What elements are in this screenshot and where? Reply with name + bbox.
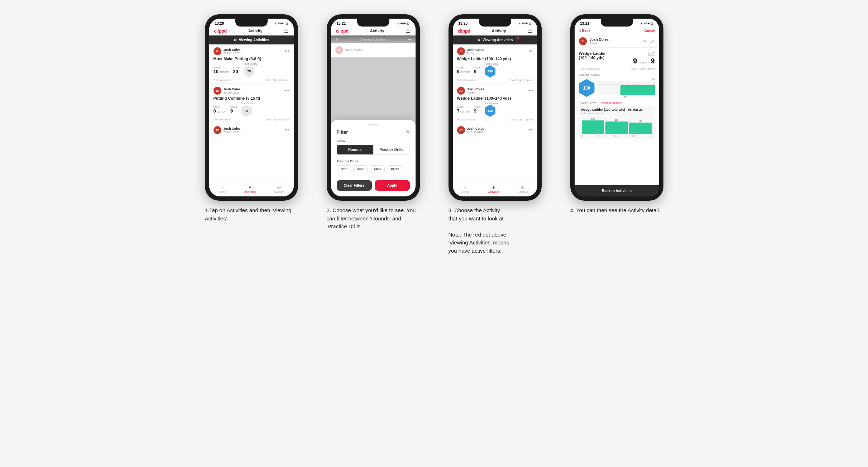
more-dots-1-2[interactable]: ••• [285, 88, 289, 93]
tab-capture-3[interactable]: ⊕ Capture [518, 184, 528, 194]
viewing-activities-label-1: Viewing Activities [239, 38, 269, 42]
user-name-1-1: Josh Coles [224, 48, 241, 52]
cancel-button[interactable]: Cancel [643, 29, 654, 33]
card-user-1-2: JC Josh Coles 28 Feb 2023 [214, 87, 241, 95]
quality-badge-1-1: 75 [244, 65, 254, 77]
avg-shot-label: Avg Shot Quality [579, 73, 655, 76]
tab-home-3[interactable]: ⌂ Home [462, 184, 469, 194]
capture-icon-1: ⊕ [277, 184, 281, 190]
nav-logo-1: clippd [214, 28, 227, 34]
screen-1: 13:20 ▲ WiFi ◻ clippd Activity ☰ ⚙ Vie [209, 19, 294, 196]
activity-card-3-3[interactable]: JC Josh Coles 28 Feb 2023 ••• [453, 123, 537, 138]
nav-title-2: Activity [370, 29, 384, 33]
nav-menu-3[interactable]: ☰ [528, 28, 532, 34]
activity-title-1-2: Putting Combine (3-15 ft) [214, 96, 289, 100]
drill-ott[interactable]: OTT [337, 165, 351, 173]
tab-home-1[interactable]: ⌂ Home [218, 184, 226, 194]
phone-4: 13:21 ▲ WiFi ◻ < Back Cancel JC Josh Col [570, 14, 663, 201]
edit-icon[interactable]: ✏ [643, 38, 647, 44]
score-val-1-1: 10 OUT OF [214, 69, 229, 74]
avatar-1-2: JC [214, 87, 221, 95]
quality-badge-1-2: 45 [241, 105, 252, 117]
more-dots-1-1[interactable]: ••• [285, 49, 289, 54]
filter-toggle: Rounds Practice Drills [337, 145, 410, 154]
status-time-3: 13:20 [459, 22, 468, 25]
user-date-1-2: 28 Feb 2023 [224, 91, 241, 94]
activity-card-1-3[interactable]: JC Josh Coles 28 Feb 2023 ••• [209, 123, 294, 138]
phone-1: 13:20 ▲ WiFi ◻ clippd Activity ☰ ⚙ Vie [205, 14, 298, 201]
more-dots-1-3[interactable]: ••• [285, 128, 289, 133]
drill-arg[interactable]: ARG [370, 165, 385, 173]
step-2: 13:21 ▲ WiFi ◻ clippd Activity ☰ ⚙ Viewi… [320, 14, 427, 255]
phone-2: 13:21 ▲ WiFi ◻ clippd Activity ☰ ⚙ Viewi… [327, 14, 420, 201]
viewing-banner-1[interactable]: ⚙ Viewing Activities [209, 35, 294, 44]
activity-card-3-1[interactable]: JC Josh Coles Today ••• Wedge Ladder (10… [453, 44, 537, 84]
detail-test-info: ⓘ Test Information [579, 67, 600, 71]
user-date-1-1: 28 Feb 2023 [224, 52, 241, 55]
tab-activities-1[interactable]: ♦ Activities [244, 184, 256, 194]
stats-row-1-1: Score 10 OUT OF Shots 20 Shot Quality [214, 63, 289, 77]
user-name-1-2: Josh Coles [224, 87, 241, 91]
show-label: Show [337, 139, 410, 143]
player-activity-section: Player Activity — Practice Session [579, 101, 655, 104]
filter-close-icon[interactable]: ✕ [406, 129, 410, 135]
detail-user-name: Josh Coles [590, 38, 609, 42]
rounds-toggle[interactable]: Rounds [337, 145, 373, 154]
score-label-1-1: Score [214, 66, 229, 69]
activity-card-1-1[interactable]: JC Josh Coles 28 Feb 2023 ••• Must Make … [209, 44, 294, 84]
back-button[interactable]: < Back [579, 29, 591, 33]
tab-capture-1[interactable]: ⊕ Capture [274, 184, 284, 194]
clear-filters-button[interactable]: Clear Filters [337, 180, 372, 191]
detail-shots: 9 [651, 57, 654, 65]
practice-drills-toggle[interactable]: Practice Drills [373, 145, 410, 154]
filter-modal: Filter ✕ Show Rounds Practice Drills Pra… [331, 120, 416, 196]
detail-data-capture: Data: Clippd Capture [631, 67, 654, 71]
activity-card-1-2[interactable]: JC Josh Coles 28 Feb 2023 ••• Putting Co… [209, 84, 294, 123]
nav-menu-2[interactable]: ☰ [406, 28, 411, 34]
tab-activities-3[interactable]: ♦ Activities [488, 184, 499, 194]
detail-user-row: JC Josh Coles Today ✏ ⤢ [575, 35, 659, 48]
step-3: 13:20 ▲ WiFi ◻ clippd Activity ☰ ⚙ Viewi… [441, 14, 549, 255]
viewing-banner-3[interactable]: ⚙ Viewing Activities [453, 35, 537, 44]
detail-score: 9 [633, 57, 637, 65]
activity-detail-title: Wedge Ladder(100–140 yds) [579, 51, 606, 60]
nav-bar-1: clippd Activity ☰ [209, 27, 294, 35]
avatar-4: JC [579, 37, 587, 45]
tab-bar-1: ⌂ Home ♦ Activities ⊕ Capture [209, 182, 294, 196]
quality-badge-3-1: 130 [485, 65, 495, 77]
step-4: 13:21 ▲ WiFi ◻ < Back Cancel JC Josh Col [563, 14, 671, 255]
expand-icon[interactable]: ⤢ [651, 38, 655, 44]
nav-title-1: Activity [248, 29, 263, 33]
activity-title-1-1: Must Make Putting (3-6 ft) [214, 57, 289, 61]
back-to-activities-button[interactable]: Back to Activities [575, 185, 659, 196]
viewing-activities-label-3: Viewing Activities [483, 38, 513, 42]
drill-app[interactable]: APP [353, 165, 368, 173]
tab-bar-3: ⌂ Home ♦ Activities ⊕ Capture [453, 182, 537, 196]
practice-detail-title: Wedge Ladder (100–140 yds) - 06 Mar 23 [581, 108, 653, 111]
nav-bar-2: clippd Activity ☰ [331, 27, 416, 35]
activities-label-1: Activities [244, 190, 256, 194]
nav-menu-1[interactable]: ☰ [284, 28, 289, 34]
screen-2: 13:21 ▲ WiFi ◻ clippd Activity ☰ ⚙ Viewi… [331, 19, 416, 196]
home-label-1: Home [218, 190, 226, 194]
phone-notch-2 [357, 19, 389, 27]
test-info-1-1: Test Information [214, 79, 231, 81]
filter-handle [368, 124, 379, 125]
status-time-1: 13:20 [215, 22, 224, 25]
apply-button[interactable]: Apply [375, 180, 410, 191]
filter-actions: Clear Filters Apply [337, 180, 410, 191]
card-user-1-1: JC Josh Coles 28 Feb 2023 [214, 47, 241, 55]
caption-2: 2. Choose what you'd like to see. You ca… [327, 206, 420, 231]
practice-drills-label: Practice Drills [337, 159, 410, 163]
quality-label-1-1: Shot Quality [244, 63, 257, 65]
avatar-1-3: JC [214, 126, 221, 134]
activity-card-3-2[interactable]: JC Josh Coles Today ••• Wedge Ladder (10… [453, 84, 537, 123]
filter-backdrop: Filter ✕ Show Rounds Practice Drills Pra… [331, 57, 416, 196]
main-container: 13:20 ▲ WiFi ◻ clippd Activity ☰ ⚙ Vie [183, 14, 685, 255]
shot-label-1-1: Shots [233, 66, 239, 69]
status-icons-2: ▲ WiFi ◻ [397, 22, 409, 25]
caption-3: 3. Choose the Activitythat you want to l… [449, 206, 542, 255]
status-icons-1: ▲ WiFi ◻ [274, 22, 288, 25]
drill-putt[interactable]: PUTT [387, 165, 403, 173]
nav-logo-2: clippd [336, 28, 349, 34]
